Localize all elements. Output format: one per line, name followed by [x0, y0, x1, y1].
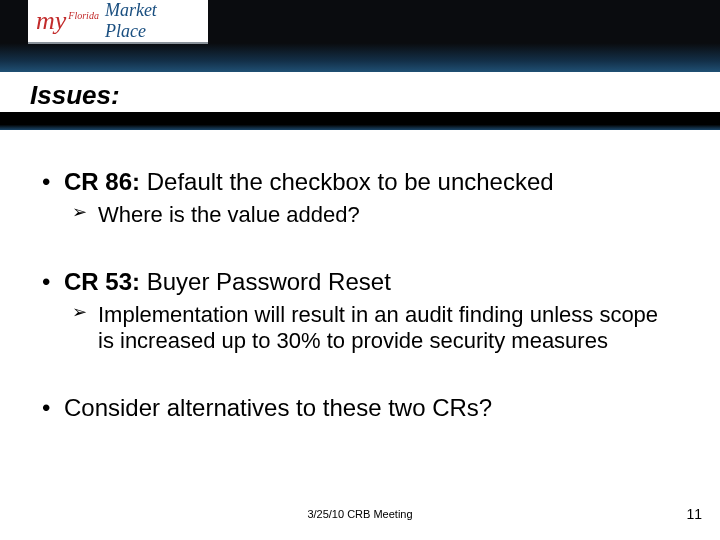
- logo-my: my: [36, 6, 68, 36]
- content-area: CR 86: Default the checkbox to be unchec…: [42, 150, 678, 422]
- bullet-cr86: CR 86: Default the checkbox to be unchec…: [42, 168, 678, 196]
- bullet-cr53: CR 53: Buyer Password Reset: [42, 268, 678, 296]
- bullet-cr53-label: CR 53:: [64, 268, 140, 295]
- footer-page-number: 11: [686, 506, 702, 522]
- header-band: my Florida Market Place: [0, 0, 720, 72]
- bullet-cr86-text: Default the checkbox to be unchecked: [140, 168, 554, 195]
- logo-marketplace: Market Place: [105, 0, 200, 42]
- bullet-cr86-sub: Where is the value added?: [72, 202, 678, 228]
- bullet-cr53-text: Buyer Password Reset: [140, 268, 391, 295]
- logo: my Florida Market Place: [28, 0, 208, 44]
- bullet-cr86-label: CR 86:: [64, 168, 140, 195]
- footer-date: 3/25/10 CRB Meeting: [0, 508, 720, 520]
- bullet-consider-text: Consider alternatives to these two CRs?: [64, 394, 492, 421]
- bullet-cr53-sub: Implementation will result in an audit f…: [72, 302, 678, 355]
- slide-title: Issues:: [30, 80, 120, 111]
- bullet-consider: Consider alternatives to these two CRs?: [42, 394, 678, 422]
- title-underline: [0, 112, 720, 130]
- logo-florida: Florida: [68, 10, 105, 21]
